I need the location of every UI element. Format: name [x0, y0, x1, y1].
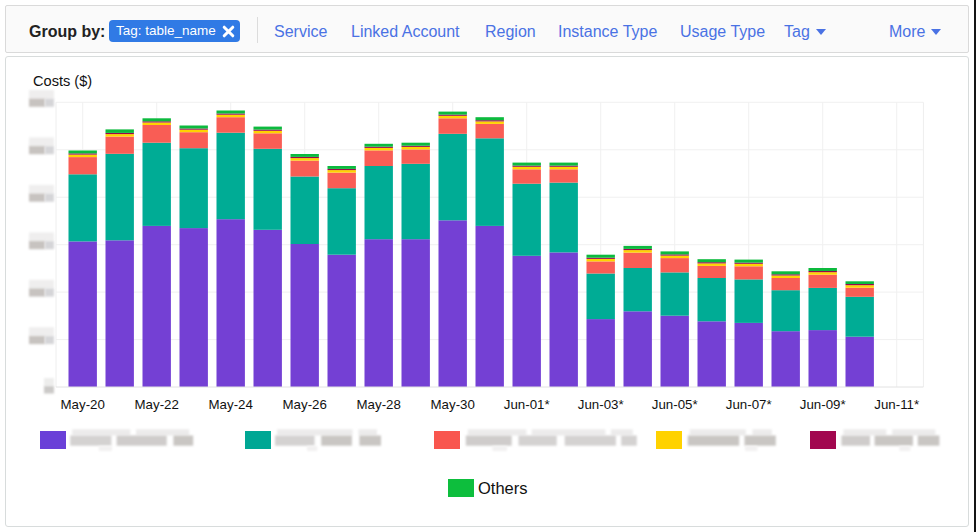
- svg-text:May-30: May-30: [431, 397, 475, 412]
- svg-text:Jun-01*: Jun-01*: [504, 397, 550, 412]
- svg-text:May-22: May-22: [135, 397, 179, 412]
- svg-text:Jun-03*: Jun-03*: [578, 397, 624, 412]
- svg-text:May-24: May-24: [209, 397, 253, 412]
- svg-text:May-28: May-28: [357, 397, 401, 412]
- svg-text:May-26: May-26: [283, 397, 327, 412]
- svg-text:Jun-11*: Jun-11*: [874, 397, 919, 412]
- svg-text:May-20: May-20: [61, 397, 105, 412]
- svg-text:Jun-05*: Jun-05*: [652, 397, 698, 412]
- svg-text:Jun-09*: Jun-09*: [800, 397, 846, 412]
- svg-text:Jun-07*: Jun-07*: [726, 397, 772, 412]
